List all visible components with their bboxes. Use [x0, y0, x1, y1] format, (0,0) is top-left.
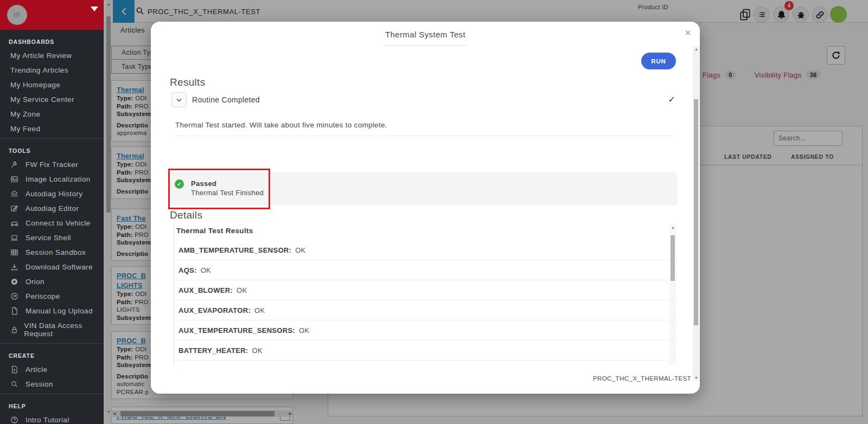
- scroll-up-icon[interactable]: ▲: [671, 226, 675, 229]
- app-root: IP DASHBOARDS My Article Review Trending…: [0, 0, 868, 424]
- modal-title: Thermal System Test: [151, 30, 700, 39]
- sidebar-item-download-software[interactable]: Download Software: [0, 260, 104, 274]
- sidebar-item-my-feed[interactable]: My Feed: [0, 121, 104, 136]
- document-icon: [10, 307, 21, 315]
- title-underline: [384, 45, 466, 46]
- sidebar-item-autodiag-editor[interactable]: Autodiag Editor: [0, 201, 104, 216]
- download-icon: [10, 263, 21, 271]
- sidebar-item-trending-articles[interactable]: Trending Articles: [0, 63, 104, 78]
- details-panel: Thermal Test Results AMB_TEMPERATURE_SEN…: [174, 223, 677, 365]
- modal-scrollbar[interactable]: ▲ ▼: [693, 46, 699, 381]
- routine-status-label: Routine Completed: [192, 95, 260, 104]
- sidebar-item-session[interactable]: Session: [0, 377, 104, 391]
- sidebar-item-vin-data-access-request[interactable]: VIN Data Access Request: [0, 318, 104, 341]
- scrollbar-thumb[interactable]: [694, 99, 698, 325]
- scroll-down-icon[interactable]: ▼: [694, 376, 698, 380]
- sidebar-item-connect-to-vehicle[interactable]: Connect to Vehicle: [0, 216, 104, 230]
- result-row: BATTERY_HEATER:OK: [174, 341, 677, 361]
- edit-icon: [10, 204, 21, 213]
- sidebar-header: IP: [0, 0, 104, 30]
- chevron-down-icon[interactable]: [91, 7, 98, 11]
- sidebar-item-periscope[interactable]: Periscope: [0, 289, 104, 304]
- details-title: Thermal Test Results: [174, 223, 677, 240]
- test-start-message: Thermal Test started. Will take about fi…: [175, 121, 387, 129]
- collapse-chevron-button[interactable]: [171, 92, 187, 107]
- sidebar-item-my-zone[interactable]: My Zone: [0, 107, 104, 121]
- details-scrollbar[interactable]: ▲: [669, 224, 676, 364]
- sidebar-item-my-article-review[interactable]: My Article Review: [0, 48, 104, 63]
- compass-icon: [10, 292, 21, 300]
- sidebar-item-service-shell[interactable]: Service Shell: [0, 230, 104, 245]
- thermal-test-modal: Thermal System Test × RUN Results Routin…: [151, 22, 700, 394]
- results-heading: Results: [170, 76, 205, 88]
- file-plus-icon: [10, 365, 21, 374]
- laptop-icon: [10, 234, 21, 242]
- scroll-up-icon[interactable]: ▲: [694, 47, 698, 51]
- result-row: AUX_BLOWER:OK: [174, 280, 677, 300]
- table-icon: [10, 248, 21, 256]
- sidebar-item-my-service-center[interactable]: My Service Center: [0, 92, 104, 107]
- car-icon: [10, 219, 21, 227]
- sidebar-item-article[interactable]: Article: [0, 362, 104, 377]
- result-row: AUX_TEMPERATURE_SENSORS:OK: [174, 320, 677, 341]
- sidebar-item-manual-log-upload[interactable]: Manual Log Upload: [0, 304, 104, 318]
- sidebar-section-dashboards: DASHBOARDS My Article Review Trending Ar…: [0, 30, 104, 139]
- run-button[interactable]: RUN: [641, 53, 676, 69]
- result-row: AUX_EVAPORATOR:OK: [174, 300, 677, 320]
- avatar[interactable]: IP: [7, 5, 27, 25]
- star-circle-icon: [10, 278, 21, 286]
- details-heading: Details: [170, 209, 202, 221]
- section-title: HELP: [0, 401, 104, 413]
- image-icon: [10, 175, 21, 183]
- section-title: CREATE: [0, 350, 104, 362]
- lock-icon: [10, 326, 19, 334]
- sidebar-section-tools: TOOLS FW Fix Tracker Image Localization …: [0, 139, 104, 344]
- sidebar-section-help: HELP Intro Tutorial: [0, 394, 104, 424]
- result-row: AQS:OK: [174, 260, 677, 280]
- search-icon: [10, 380, 21, 388]
- sidebar-item-image-localization[interactable]: Image Localization: [0, 172, 104, 187]
- modal-footer-procedure-id: PROC_THC_X_THERMAL-TEST: [593, 375, 691, 382]
- divider: [175, 136, 673, 136]
- sidebar: IP DASHBOARDS My Article Review Trending…: [0, 0, 104, 424]
- result-row: BLOWER:OK: [174, 361, 677, 365]
- close-icon[interactable]: ×: [685, 27, 691, 38]
- sidebar-item-orion[interactable]: Orion: [0, 274, 104, 289]
- section-title: DASHBOARDS: [0, 36, 104, 48]
- sidebar-item-autodiag-history[interactable]: Autodiag History: [0, 187, 104, 201]
- result-row: AMB_TEMPERATURE_SENSOR:OK: [174, 240, 677, 260]
- sidebar-item-fw-fix-tracker[interactable]: FW Fix Tracker: [0, 157, 104, 172]
- annotation-highlight-box: [168, 169, 270, 209]
- bank-icon: [10, 190, 21, 198]
- sidebar-item-my-homepage[interactable]: My Homepage: [0, 78, 104, 92]
- scrollbar-thumb[interactable]: [671, 235, 675, 281]
- sidebar-item-intro-tutorial[interactable]: Intro Tutorial: [0, 413, 104, 424]
- sidebar-section-create: CREATE Article Session: [0, 344, 104, 394]
- section-title: TOOLS: [0, 145, 104, 157]
- routine-status-row: Routine Completed ✓: [171, 92, 678, 107]
- check-icon: ✓: [668, 94, 675, 105]
- sidebar-item-session-sandbox[interactable]: Session Sandbox: [0, 245, 104, 260]
- question-circle-icon: [10, 416, 21, 424]
- wrench-icon: [10, 160, 21, 169]
